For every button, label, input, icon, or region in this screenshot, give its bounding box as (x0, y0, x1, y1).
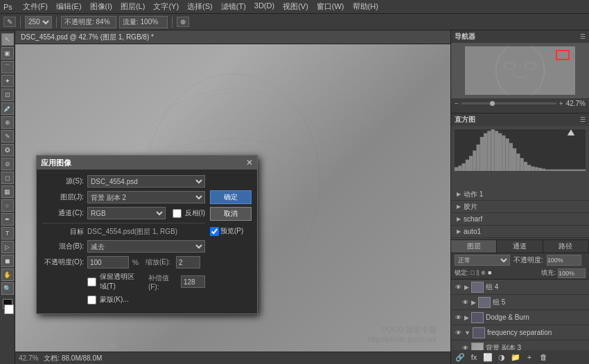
svg-rect-16 (469, 156, 473, 171)
tab-paths[interactable]: 路径 (543, 240, 589, 253)
menu-file[interactable]: 文件(F) (19, 1, 51, 12)
zoom-out-btn[interactable]: − (455, 100, 459, 107)
offset-input[interactable] (181, 275, 205, 288)
background-color[interactable] (4, 304, 14, 314)
add-adjustment-btn[interactable]: ◑ (496, 352, 507, 363)
select-rect-tool[interactable]: ▣ (1, 47, 14, 60)
menu-text[interactable]: 文字(Y) (150, 1, 182, 12)
source-select[interactable]: DSC_4554.psd (87, 175, 205, 188)
cancel-button[interactable]: 取消 (210, 207, 252, 221)
pen-tool[interactable]: ✒ (1, 213, 14, 226)
menu-help[interactable]: 帮助(H) (349, 1, 382, 12)
history-brush-tool[interactable]: ⊘ (1, 158, 14, 170)
opacity-input[interactable] (87, 256, 129, 269)
histogram-menu-btn[interactable]: ☰ (580, 116, 586, 123)
layer-eye-icon[interactable]: 👁 (454, 329, 462, 337)
group-arrow-icon: ▶ (464, 314, 469, 321)
navigator-controls: ☰ (580, 33, 586, 40)
menu-filter[interactable]: 滤镜(T) (218, 1, 249, 12)
brush-preset-select[interactable]: 250 (25, 16, 52, 28)
brush-tool-options[interactable]: ✎ (3, 17, 16, 27)
blend-mode-select[interactable]: 正常 (455, 255, 510, 266)
dialog-close-btn[interactable]: ✕ (246, 158, 253, 167)
right-panels: 导航器 ☰ − (450, 30, 589, 364)
scale-label: 缩放(E): (146, 257, 170, 267)
svg-rect-15 (466, 160, 469, 171)
svg-rect-27 (509, 143, 513, 171)
ok-button[interactable]: 确定 (210, 190, 252, 204)
zoom-tool[interactable]: 🔍 (1, 282, 14, 295)
apply-image-dialog[interactable]: 应用图像 ✕ 源(S): DSC_4554.psd 图 (36, 155, 258, 314)
add-fx-btn[interactable]: fx (468, 352, 480, 363)
eyedropper-tool[interactable]: 💉 (1, 102, 14, 115)
menu-view[interactable]: 视图(V) (279, 1, 312, 12)
tab-channels[interactable]: 通道 (497, 240, 543, 253)
add-mask-btn[interactable]: ⬜ (482, 352, 493, 363)
spot-heal-tool[interactable]: ⊕ (1, 116, 14, 129)
history-item[interactable]: ▶ 胶片 (451, 201, 589, 213)
path-select-tool[interactable]: ▷ (1, 241, 14, 253)
menu-image[interactable]: 图像(I) (87, 1, 116, 12)
menu-window[interactable]: 窗口(W) (313, 1, 348, 12)
move-tool[interactable]: ↖ (1, 33, 14, 46)
zoom-in-btn[interactable]: + (559, 100, 563, 107)
scale-input[interactable] (176, 256, 200, 269)
hand-tool[interactable]: ✋ (1, 269, 14, 281)
opacity-input-layers[interactable] (547, 255, 581, 266)
layer-item[interactable]: 👁 背景 副本 3 (451, 340, 589, 350)
nav-thumbnail (465, 46, 575, 95)
svg-rect-13 (458, 165, 461, 171)
add-link-btn[interactable]: 🔗 (455, 352, 466, 363)
layer-eye-icon[interactable]: 👁 (454, 313, 462, 322)
delete-layer-btn[interactable]: 🗑 (538, 352, 549, 363)
dialog-target-row: 目标 DSC_4554.psd(图层 1, RGB) (42, 223, 205, 237)
layer-item[interactable]: 👁 ▶ Dodge & Burn (451, 310, 589, 325)
layer-eye-icon[interactable]: 👁 (454, 283, 462, 291)
canvas-tab[interactable]: DSC_4554.psd @ 42.7% (图层 1, RGB/8) * (15, 30, 450, 44)
brush-extra[interactable]: ⊕ (177, 17, 189, 27)
history-item[interactable]: ▶ 动作 1 (451, 188, 589, 201)
navigator-title: 导航器 (455, 32, 475, 42)
menu-3d[interactable]: 3D(D) (251, 1, 278, 12)
layer-select[interactable]: 背景 副本 2 (87, 191, 205, 203)
layer-item[interactable]: 👁 ▶ 组 5 (451, 295, 589, 310)
gradient-tool[interactable]: ▦ (1, 185, 14, 198)
fill-input[interactable] (558, 269, 586, 278)
clone-stamp-tool[interactable]: ✪ (1, 144, 14, 156)
add-layer-btn[interactable]: + (524, 352, 535, 363)
dodge-tool[interactable]: ○ (1, 199, 14, 212)
invert-checkbox[interactable] (173, 209, 182, 218)
quick-select-tool[interactable]: ✦ (1, 75, 14, 87)
mask-checkbox[interactable] (87, 295, 96, 304)
layer-item[interactable]: 👁 ▶ 组 4 (451, 280, 589, 295)
svg-rect-22 (491, 129, 495, 171)
layer-eye-icon[interactable]: 👁 (461, 344, 469, 351)
layer-eye-icon[interactable]: 👁 (461, 298, 469, 307)
brush-tool[interactable]: ✎ (1, 130, 14, 143)
svg-rect-12 (455, 167, 458, 171)
menu-layer[interactable]: 图层(L) (117, 1, 148, 12)
layer-item[interactable]: 👁 ▼ frequency separation (451, 325, 589, 340)
brush-mode[interactable]: 不透明度: 84% (61, 16, 116, 28)
history-item[interactable]: ▶ auto1 (451, 226, 589, 238)
preserve-checkbox[interactable] (87, 277, 96, 286)
zoom-slider[interactable] (461, 102, 556, 104)
add-group-btn[interactable]: 📁 (510, 352, 521, 363)
preview-checkbox[interactable] (210, 227, 219, 236)
navigator-panel: 导航器 ☰ − (451, 30, 589, 113)
group-arrow-icon: ▼ (464, 329, 471, 336)
crop-tool[interactable]: ⊡ (1, 89, 14, 101)
lasso-tool[interactable]: ⌒ (1, 61, 14, 73)
text-tool[interactable]: T (1, 227, 14, 239)
shape-tool[interactable]: ◼ (1, 255, 14, 267)
blending-select[interactable]: 减去 (87, 240, 205, 253)
navigator-menu-btn[interactable]: ☰ (580, 33, 586, 40)
tab-layers[interactable]: 图层 (451, 240, 497, 253)
menu-edit[interactable]: 编辑(E) (53, 1, 85, 12)
eraser-tool[interactable]: ◻ (1, 172, 14, 184)
brush-flow[interactable]: 流量: 100% (119, 16, 168, 28)
dialog-layer-row: 图层(J): 背景 副本 2 (42, 191, 205, 203)
channel-select[interactable]: RGB (87, 207, 166, 219)
menu-select[interactable]: 选择(S) (184, 1, 216, 12)
history-item[interactable]: ▶ scharf (451, 213, 589, 226)
